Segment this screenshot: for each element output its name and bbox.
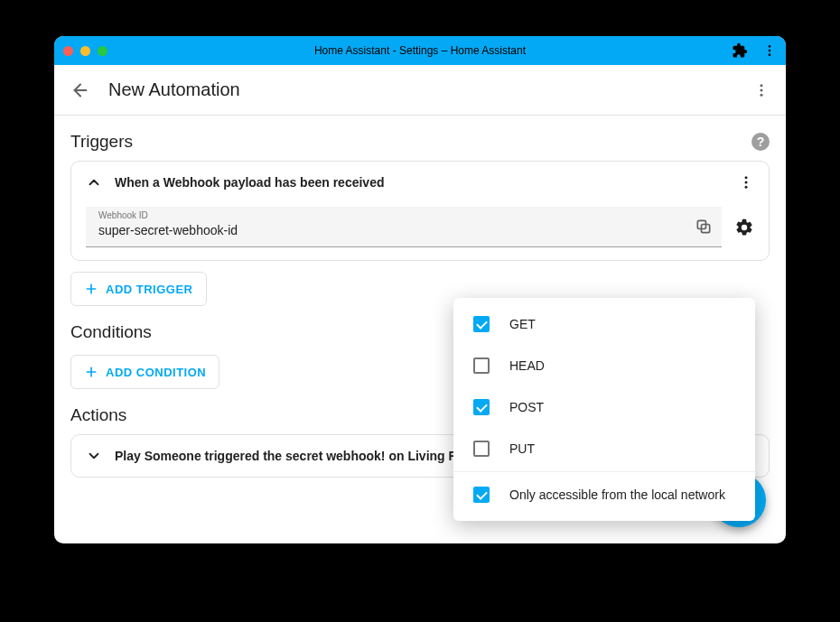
method-option-get[interactable]: GET (453, 303, 755, 345)
collapse-icon[interactable] (86, 174, 102, 190)
checkbox-post[interactable] (473, 399, 490, 415)
checkbox-head[interactable] (473, 357, 490, 374)
add-condition-button[interactable]: ADD CONDITION (70, 355, 219, 389)
svg-point-6 (761, 93, 763, 96)
trigger-card: When a Webhook payload has been received… (70, 161, 770, 261)
checkbox-get[interactable] (473, 316, 490, 332)
webhook-id-label: Webhook ID (98, 210, 148, 220)
expand-icon[interactable] (86, 448, 102, 464)
titlebar: Home Assistant - Settings – Home Assista… (54, 36, 786, 65)
triggers-section-header: Triggers ? (70, 132, 770, 152)
webhook-id-field[interactable]: Webhook ID (86, 207, 722, 247)
page-title: New Automation (108, 79, 240, 100)
svg-point-4 (761, 84, 763, 87)
page-menu-button[interactable] (753, 82, 770, 98)
method-label-get: GET (509, 317, 536, 331)
method-label-put: PUT (509, 441, 535, 456)
svg-point-5 (761, 88, 763, 91)
back-button[interactable] (70, 80, 90, 100)
copy-icon[interactable] (695, 218, 713, 236)
svg-point-7 (745, 176, 748, 179)
method-label-post: POST (509, 400, 544, 414)
actions-title: Actions (70, 405, 126, 425)
svg-point-8 (745, 181, 748, 184)
app-window: Home Assistant - Settings – Home Assista… (54, 36, 786, 543)
popup-divider (453, 471, 755, 472)
triggers-title: Triggers (70, 132, 133, 152)
method-label-head: HEAD (509, 358, 545, 373)
webhook-methods-popup: GET HEAD POST PUT Only accessible from t… (453, 298, 755, 521)
add-trigger-label: ADD TRIGGER (106, 283, 193, 296)
local-only-label: Only accessible from the local network (509, 487, 725, 502)
add-trigger-button[interactable]: ADD TRIGGER (70, 272, 207, 306)
window-title: Home Assistant - Settings – Home Assista… (54, 44, 786, 57)
webhook-id-input[interactable] (98, 223, 687, 241)
page-header: New Automation (54, 65, 786, 116)
method-option-head[interactable]: HEAD (453, 345, 755, 386)
conditions-title: Conditions (70, 322, 152, 342)
local-only-option[interactable]: Only accessible from the local network (453, 474, 755, 515)
svg-point-9 (745, 186, 748, 189)
add-condition-label: ADD CONDITION (106, 366, 206, 379)
method-option-put[interactable]: PUT (453, 428, 755, 469)
checkbox-put[interactable] (473, 441, 490, 457)
trigger-menu-button[interactable] (738, 174, 754, 190)
webhook-settings-button[interactable] (734, 218, 754, 237)
trigger-title: When a Webhook payload has been received (115, 175, 725, 190)
checkbox-local-only[interactable] (473, 487, 490, 503)
help-icon[interactable]: ? (751, 133, 770, 151)
method-option-post[interactable]: POST (453, 386, 755, 428)
